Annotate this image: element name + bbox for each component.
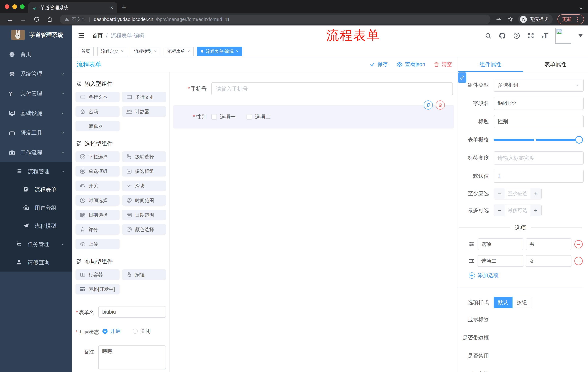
palette-item-cascader[interactable]: 级联选择 xyxy=(122,151,166,162)
search-icon[interactable] xyxy=(485,32,491,39)
tag-close-icon[interactable]: × xyxy=(236,49,239,54)
default-value-input[interactable] xyxy=(494,170,584,183)
palette-item-time-picker[interactable]: 时间选择 xyxy=(75,195,119,206)
remove-option-button[interactable] xyxy=(574,240,583,248)
palette-item-time-range[interactable]: 时间范围 xyxy=(122,195,166,206)
palette-item-row-container[interactable]: 行容器 xyxy=(75,269,119,280)
option-1-value-input[interactable] xyxy=(525,238,571,250)
minimize-window-button[interactable] xyxy=(12,4,17,9)
browser-menu-kebab-icon[interactable]: ⋮ xyxy=(575,18,580,21)
font-size-icon[interactable]: тT xyxy=(542,32,548,39)
tag-close-icon[interactable]: × xyxy=(188,49,190,54)
clear-button[interactable]: 清空 xyxy=(433,61,452,68)
palette-item-date-picker[interactable]: 日期选择 xyxy=(75,210,119,220)
palette-item-radio-group[interactable]: 单选框组 xyxy=(75,166,119,177)
tag-process-form[interactable]: 流程表单× xyxy=(164,47,194,56)
style-button-button[interactable]: 按钮 xyxy=(513,297,531,308)
canvas-field-gender-selected[interactable]: 性别 选项一 选项二 xyxy=(173,105,454,128)
update-menu-button[interactable]: 更新 ⋮ xyxy=(557,14,584,24)
tab-close-icon[interactable]: × xyxy=(110,5,113,10)
tag-process-model[interactable]: 流程模型× xyxy=(131,47,160,56)
checkbox-box[interactable] xyxy=(211,114,217,120)
canvas-field-phone[interactable]: 手机号 xyxy=(169,82,458,95)
status-off-radio[interactable]: 关闭 xyxy=(133,328,151,335)
stepper-minus-button[interactable]: − xyxy=(494,205,505,216)
max-select-stepper[interactable]: − 最多可选 + xyxy=(494,205,542,216)
palette-item-upload[interactable]: 上传 xyxy=(75,239,119,249)
zoom-window-button[interactable] xyxy=(20,4,25,9)
url-domain[interactable]: dashboard.yudao.iocoder.cn xyxy=(94,17,153,22)
stepper-plus-button[interactable]: + xyxy=(530,188,541,199)
tab-component-props[interactable]: 组件属性 xyxy=(458,57,523,72)
sidebar-item-process-management[interactable]: 流程管理 xyxy=(0,162,72,181)
view-json-button[interactable]: 查看json xyxy=(396,61,425,68)
palette-item-editor[interactable]: 编辑器 xyxy=(75,121,119,131)
link-icon[interactable] xyxy=(458,73,466,83)
min-select-stepper[interactable]: − 至少应选 + xyxy=(494,188,542,200)
sidebar-item-home[interactable]: 首页 xyxy=(0,44,72,64)
sidebar-item-workflow[interactable]: 工作流程 xyxy=(0,143,72,162)
min-select-input[interactable]: 至少应选 xyxy=(505,188,530,199)
help-icon[interactable]: ? xyxy=(513,32,520,39)
window-controls[interactable] xyxy=(5,4,25,9)
avatar[interactable] xyxy=(555,28,571,44)
update-label[interactable]: 更新 xyxy=(562,16,572,22)
palette-item-single-line-text[interactable]: 单行文本 xyxy=(75,92,119,102)
palette-item-multi-line-text[interactable]: 多行文本 xyxy=(122,92,166,102)
remove-option-button[interactable] xyxy=(574,257,583,265)
close-window-button[interactable] xyxy=(5,4,9,9)
new-tab-button[interactable]: + xyxy=(122,3,126,11)
drag-handle-icon[interactable] xyxy=(469,241,475,247)
palette-item-rate[interactable]: 评分 xyxy=(75,224,119,235)
style-default-button[interactable]: 默认 xyxy=(494,297,513,308)
palette-item-button[interactable]: 按钮 xyxy=(122,269,166,280)
password-key-icon[interactable] xyxy=(496,16,503,22)
fullscreen-icon[interactable] xyxy=(527,32,534,39)
avatar-dropdown-caret-icon[interactable] xyxy=(578,34,583,37)
palette-item-table[interactable]: 表格[开发中] xyxy=(75,284,119,295)
option-1-label-input[interactable] xyxy=(478,238,524,250)
palette-item-date-range[interactable]: 日期范围 xyxy=(122,210,166,220)
checkbox-box[interactable] xyxy=(247,114,252,120)
stepper-minus-button[interactable]: − xyxy=(494,188,505,199)
save-button[interactable]: 保存 xyxy=(369,61,388,68)
sidebar-item-process-form[interactable]: 流程表单 xyxy=(0,181,72,199)
palette-item-slider[interactable]: 滑块 xyxy=(122,181,166,191)
drag-handle-icon[interactable] xyxy=(469,258,475,264)
sidebar-logo-row[interactable]: 芋道管理系统 xyxy=(0,25,72,44)
back-button[interactable]: ← xyxy=(4,16,16,22)
form-remark-textarea[interactable]: 嘿嘿 xyxy=(98,345,166,370)
tag-home[interactable]: 首页 xyxy=(78,47,94,56)
gender-option-2-checkbox[interactable]: 选项二 xyxy=(247,113,271,120)
form-grid-slider[interactable] xyxy=(494,133,579,146)
max-select-input[interactable]: 最多可选 xyxy=(505,205,530,216)
title-input[interactable] xyxy=(494,115,584,128)
slider-track[interactable] xyxy=(494,139,579,141)
delete-component-button[interactable] xyxy=(436,100,445,110)
sidebar-item-process-model[interactable]: 流程模型 xyxy=(0,217,72,235)
sidebar-item-payment[interactable]: ¥ 支付管理 xyxy=(0,84,72,103)
forward-button[interactable]: → xyxy=(18,16,29,22)
sidebar-item-user-group[interactable]: 用户分组 xyxy=(0,199,72,217)
palette-item-counter[interactable]: 123 计数器 xyxy=(122,106,166,117)
tab-overflow-chevron-icon[interactable] xyxy=(578,6,583,11)
copy-component-button[interactable] xyxy=(424,100,433,110)
sidebar-item-leave-query[interactable]: 请假查询 xyxy=(0,253,72,272)
palette-item-switch[interactable]: 开关 xyxy=(75,181,119,191)
home-button[interactable] xyxy=(44,16,55,22)
url-path[interactable]: /bpm/manager/form/edit?formId=11 xyxy=(156,17,230,22)
sidebar-item-devtools[interactable]: 研发工具 xyxy=(0,123,72,143)
sidebar-collapse-icon[interactable] xyxy=(77,32,84,39)
component-type-select[interactable]: 多选框组 xyxy=(494,79,584,92)
tab-form-props[interactable]: 表单属性 xyxy=(523,57,588,72)
tag-close-icon[interactable]: × xyxy=(154,49,157,54)
add-option-button[interactable]: 添加选项 xyxy=(469,272,584,279)
browser-tab[interactable]: 芋道管理系统 × xyxy=(28,2,117,13)
tag-close-icon[interactable]: × xyxy=(121,49,123,54)
bookmark-star-icon[interactable] xyxy=(507,16,514,22)
option-2-value-input[interactable] xyxy=(525,255,571,267)
breadcrumb-home[interactable]: 首页 xyxy=(92,32,103,39)
github-icon[interactable] xyxy=(499,32,506,39)
option-2-label-input[interactable] xyxy=(478,255,524,267)
tag-process-form-edit[interactable]: 流程表单-编辑× xyxy=(197,47,242,56)
